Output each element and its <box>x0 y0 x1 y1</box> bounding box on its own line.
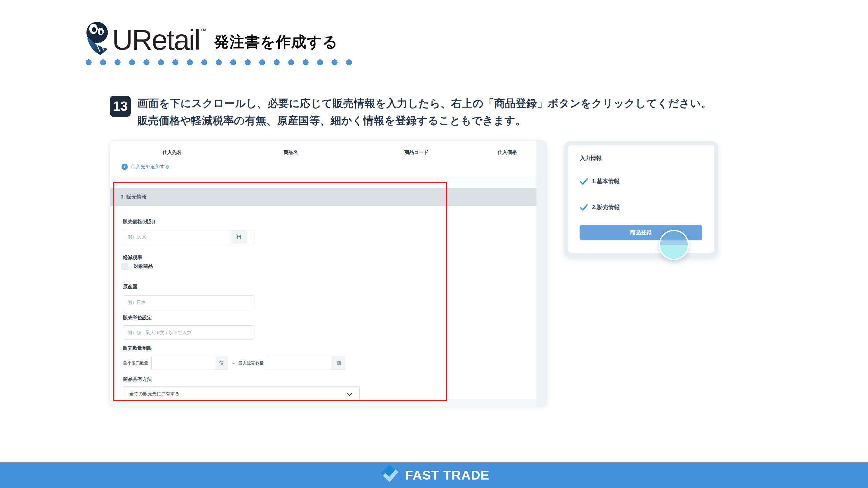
share-method-select[interactable]: 全ての販売先に共有する <box>123 386 360 401</box>
min-quantity-unit-addon: 個 <box>215 356 228 370</box>
column-header-product-name: 商品名 <box>284 150 298 156</box>
add-supplier-label: 仕入先を追加する <box>131 164 170 170</box>
origin-country-input[interactable] <box>123 295 254 309</box>
sales-info-section-header: 3. 販売情報 <box>110 188 536 206</box>
min-quantity-label: 最小販売数量 <box>123 361 148 366</box>
checklist-item-sales-info: 2.販売情報 <box>580 203 620 211</box>
step-instruction: 画面を下にスクロールし、必要に応じて販売情報を入力したら、右上の「商品登録」ボタ… <box>137 95 712 129</box>
origin-country-field <box>123 295 254 309</box>
input-info-title: 入力情報 <box>580 155 601 162</box>
sales-price-input[interactable] <box>123 230 231 244</box>
reduced-tax-label: 軽減税率 <box>123 255 142 261</box>
plus-circle-icon: + <box>121 164 128 170</box>
uretail-owl-logo <box>85 21 111 57</box>
fast-trade-brand-text: FAST TRADE <box>405 468 490 483</box>
sales-unit-input[interactable] <box>123 326 254 339</box>
origin-country-label: 原産国 <box>123 284 137 290</box>
brand-text: URetail <box>112 25 200 54</box>
step-instruction-line1: 画面を下にスクロールし、必要に応じて販売情報を入力したら、右上の「商品登録」ボタ… <box>137 95 712 112</box>
trademark-symbol: ™ <box>200 27 207 35</box>
brand-wordmark: URetail ™ <box>112 25 207 54</box>
checklist-item-label: 2.販売情報 <box>592 203 620 211</box>
reduced-tax-checkbox-label: 対象商品 <box>133 263 153 270</box>
reduced-tax-checkbox[interactable] <box>121 263 128 270</box>
quantity-range-separator: ～ <box>231 361 236 366</box>
page-title: 発注書を作成する <box>214 32 338 52</box>
checklist-item-label: 1.基本情報 <box>592 177 620 185</box>
input-info-panel: 入力情報 1.基本情報 2.販売情報 商品登録 <box>564 141 718 257</box>
min-quantity-field: 個 <box>151 356 228 370</box>
max-quantity-input[interactable] <box>267 356 332 370</box>
add-supplier-link[interactable]: + 仕入先を追加する <box>121 164 170 170</box>
check-icon <box>580 204 588 210</box>
step-number-badge: 13 <box>110 96 131 117</box>
share-method-selected-value: 全ての販売先に共有する <box>129 391 180 397</box>
sales-unit-field <box>123 325 254 339</box>
footer-bar: FAST TRADE <box>0 462 868 488</box>
max-quantity-label: 最大販売数量 <box>239 361 264 366</box>
quantity-limit-row: 最小販売数量 個 ～ 最大販売数量 個 <box>123 356 345 370</box>
sales-info-section-title: 3. 販売情報 <box>121 193 147 200</box>
tutorial-page: URetail ™ 発注書を作成する 13 画面を下にスクロールし、必要に応じて… <box>0 0 868 488</box>
column-header-supplier-name: 仕入先名 <box>162 150 182 156</box>
sales-price-unit-addon: 円 <box>231 230 247 244</box>
column-header-product-code: 商品コード <box>404 150 429 156</box>
card-divider-strip <box>110 177 536 188</box>
sales-unit-label: 販売単位設定 <box>123 315 152 321</box>
sales-price-field: 円 <box>123 230 254 244</box>
min-quantity-input[interactable] <box>152 356 215 370</box>
quantity-limit-label: 販売数量制限 <box>123 345 152 352</box>
decorative-dots <box>85 59 353 66</box>
chevron-down-icon <box>347 390 352 396</box>
scrollbar-gutter[interactable] <box>536 141 546 406</box>
fast-trade-logo-icon <box>378 464 401 487</box>
click-cursor-indicator <box>659 230 689 260</box>
max-quantity-field: 個 <box>267 356 345 370</box>
share-method-label: 商品共有方法 <box>123 376 152 383</box>
sales-price-label: 販売価格(税別) <box>123 219 155 225</box>
input-info-panel-body: 入力情報 1.基本情報 2.販売情報 商品登録 <box>568 145 714 253</box>
check-icon <box>580 178 588 185</box>
checklist-item-basic-info: 1.基本情報 <box>580 177 620 185</box>
column-header-purchase-price: 仕入価格 <box>498 150 517 156</box>
step-instruction-line2: 販売価格や軽減税率の有無、原産国等、細かく情報を登録することもできます。 <box>137 112 712 129</box>
max-quantity-unit-addon: 個 <box>332 356 345 370</box>
